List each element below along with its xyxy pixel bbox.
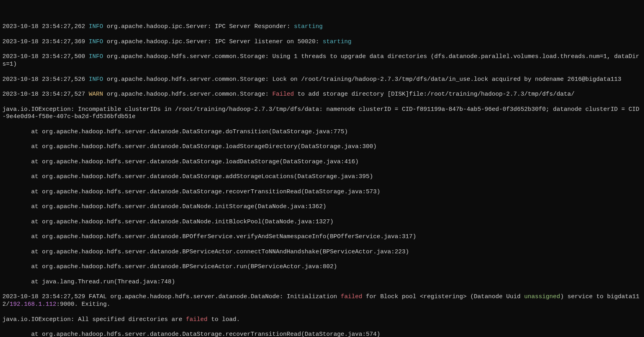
stack-line: at org.apache.hadoop.hdfs.server.datanod… [2,189,642,196]
stack-line: at org.apache.hadoop.hdfs.server.datanod… [2,128,642,136]
stack-line: at org.apache.hadoop.hdfs.server.datanod… [2,203,642,211]
log-line: 2023-10-18 23:54:27,500 INFO org.apache.… [2,53,642,68]
log-line: 2023-10-18 23:54:27,369 INFO org.apache.… [2,38,642,46]
stack-line: at org.apache.hadoop.hdfs.server.datanod… [2,143,642,151]
log-line: 2023-10-18 23:54:27,526 INFO org.apache.… [2,76,642,84]
stack-line: at org.apache.hadoop.hdfs.server.datanod… [2,158,642,166]
stack-line: at org.apache.hadoop.hdfs.server.datanod… [2,233,642,241]
log-line: java.io.IOException: Incompatible cluste… [2,106,642,121]
stack-line: at org.apache.hadoop.hdfs.server.datanod… [2,263,642,271]
stack-line: at org.apache.hadoop.hdfs.server.datanod… [2,219,642,226]
log-line: 2023-10-18 23:54:27,529 FATAL org.apache… [2,293,642,309]
stack-line: at org.apache.hadoop.hdfs.server.datanod… [2,173,642,181]
log-line: 2023-10-18 23:54:27,527 WARN org.apache.… [2,91,642,98]
log-line: java.io.IOException: All specified direc… [2,316,642,324]
stack-line: at org.apache.hadoop.hdfs.server.datanod… [2,331,642,337]
stack-line: at org.apache.hadoop.hdfs.server.datanod… [2,249,642,256]
log-line: 2023-10-18 23:54:27,262 INFO org.apache.… [2,23,642,31]
terminal-output: 2023-10-18 23:54:27,262 INFO org.apache.… [0,15,644,337]
stack-line: at java.lang.Thread.run(Thread.java:748) [2,279,642,286]
